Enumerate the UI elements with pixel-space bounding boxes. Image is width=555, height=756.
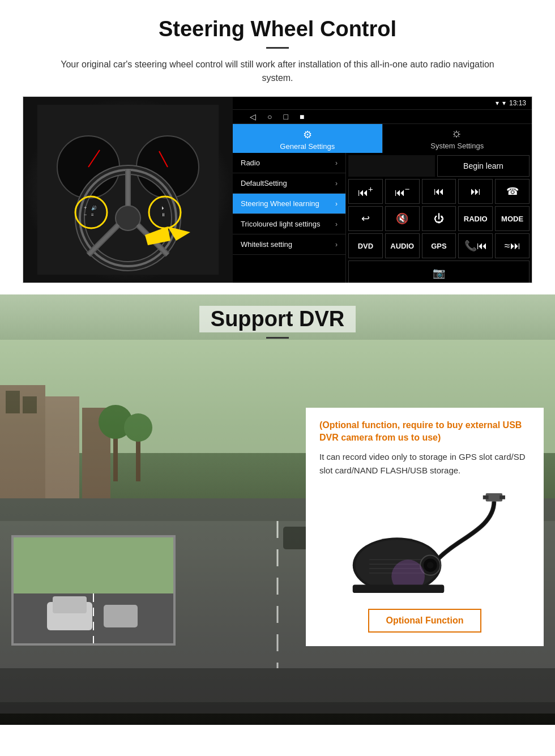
menu-item-default[interactable]: DefaultSetting ›	[233, 173, 345, 194]
svg-point-34	[124, 413, 152, 442]
nav-recent-icon[interactable]: □	[283, 112, 288, 121]
phone-prev-icon: 📞⏮	[464, 240, 487, 252]
svg-text:+: +	[84, 205, 87, 211]
svg-text:🔊: 🔊	[91, 205, 97, 211]
btn-next[interactable]: ⏭	[458, 179, 493, 204]
chevron-icon: ›	[335, 220, 338, 228]
dvd-label: DVD	[358, 242, 373, 250]
menu-default-label: DefaultSetting	[241, 179, 287, 187]
system-icon: ⛭	[385, 129, 530, 140]
audio-label: AUDIO	[390, 242, 414, 250]
spacer	[348, 155, 435, 177]
control-row-4: 📷	[348, 260, 530, 283]
dvr-preview-svg	[13, 537, 174, 644]
prev-icon: ⏮	[434, 186, 444, 198]
android-panel: ▾ ▾ 13:13 ◁ ○ □ ■ ⚙ General Settings ⛭ S…	[233, 97, 532, 283]
dvr-photo-inner	[13, 537, 174, 644]
optional-function-area: Optional Function	[319, 600, 530, 633]
steering-composite: + − 🔊 ≡ ⏵ ⏸ ▾ ▾ 13:13	[23, 96, 532, 283]
svg-rect-29	[45, 396, 79, 498]
menu-whitelist-label: Whitelist setting	[241, 240, 292, 249]
chevron-icon: ›	[335, 200, 338, 208]
tab-general-settings[interactable]: ⚙ General Settings	[233, 124, 382, 153]
chevron-icon: ›	[335, 159, 338, 167]
menu-radio-label: Radio	[241, 159, 260, 167]
chevron-icon: ›	[335, 180, 338, 187]
status-wifi-icon: ▾	[496, 99, 499, 107]
tab-system-settings[interactable]: ⛭ System Settings	[382, 124, 532, 153]
dvr-camera-illustration	[319, 486, 530, 600]
vol-plus-icon: ⏮+	[358, 184, 373, 199]
btn-phone[interactable]: ☎	[495, 179, 530, 204]
dvr-section: Support DVR (Optional function, requi	[0, 294, 555, 725]
svg-text:−: −	[84, 212, 87, 217]
svg-rect-50	[53, 596, 87, 613]
btn-dvd[interactable]: DVD	[348, 233, 383, 258]
menu-item-radio[interactable]: Radio ›	[233, 153, 345, 173]
nav-home-icon[interactable]: ○	[267, 112, 272, 121]
svg-rect-46	[13, 537, 174, 593]
status-signal-icon: ▾	[502, 99, 506, 107]
android-statusbar: ▾ ▾ 13:13	[233, 97, 532, 110]
nav-record-icon: ■	[300, 112, 304, 121]
chevron-icon: ›	[335, 241, 338, 249]
vol-minus-icon: ⏮−	[395, 184, 410, 199]
dvr-title: Support DVR	[199, 306, 356, 332]
btn-vol-plus[interactable]: ⏮+	[348, 179, 383, 204]
svg-rect-28	[23, 396, 37, 413]
android-menu: Radio › DefaultSetting › Steering Wheel …	[233, 153, 346, 283]
hangup-icon: ↩	[361, 212, 370, 225]
menu-item-tricoloured[interactable]: Tricoloured light settings ›	[233, 214, 345, 234]
control-row-1: ⏮+ ⏮− ⏮ ⏭ ☎	[348, 179, 530, 204]
android-controls: Begin learn ⏮+ ⏮− ⏮ ⏭ ☎ ↩ 🔇 ⏻	[346, 153, 532, 283]
svg-point-64	[427, 562, 434, 569]
mute-icon: 🔇	[396, 212, 408, 225]
btn-power[interactable]: ⏻	[422, 206, 456, 231]
dvr-optional-title: (Optional function, require to buy exter…	[319, 419, 530, 445]
begin-learn-button[interactable]: Begin learn	[437, 155, 530, 177]
svg-text:⏵: ⏵	[161, 206, 165, 211]
dvr-camera-svg	[319, 486, 530, 600]
btn-vol-minus[interactable]: ⏮−	[385, 179, 420, 204]
title-divider	[266, 47, 289, 49]
btn-phone-next[interactable]: ≈⏭	[495, 233, 530, 258]
steering-wheel-svg: + − 🔊 ≡ ⏵ ⏸	[37, 105, 219, 275]
btn-gps[interactable]: GPS	[422, 233, 456, 258]
steering-description: Your original car's steering wheel contr…	[45, 58, 510, 85]
control-row-3: DVD AUDIO GPS 📞⏮ ≈⏭	[348, 233, 530, 258]
power-icon: ⏻	[434, 213, 444, 225]
next-icon: ⏭	[471, 186, 481, 198]
mode-label: MODE	[501, 215, 523, 223]
dvr-title-area: Support DVR	[0, 294, 555, 339]
dvr-background: Support DVR (Optional function, requi	[0, 294, 555, 725]
btn-hangup[interactable]: ↩	[348, 206, 383, 231]
steering-section: Steering Wheel Control Your original car…	[0, 0, 555, 294]
svg-text:≡: ≡	[91, 212, 94, 217]
svg-rect-66	[353, 584, 445, 593]
begin-learn-row: Begin learn	[348, 155, 530, 177]
control-row-2: ↩ 🔇 ⏻ RADIO MODE	[348, 206, 530, 231]
menu-item-whitelist[interactable]: Whitelist setting ›	[233, 234, 345, 255]
btn-audio[interactable]: AUDIO	[385, 233, 420, 258]
radio-label: RADIO	[464, 215, 488, 223]
phone-icon: ☎	[506, 185, 519, 198]
btn-phone-prev[interactable]: 📞⏮	[458, 233, 493, 258]
svg-rect-45	[0, 702, 555, 714]
btn-mute[interactable]: 🔇	[385, 206, 420, 231]
btn-cam[interactable]: 📷	[348, 260, 530, 283]
cam-icon: 📷	[433, 267, 445, 279]
steering-photo: + − 🔊 ≡ ⏵ ⏸	[23, 97, 233, 283]
tab-system-label: System Settings	[430, 142, 484, 150]
status-time: 13:13	[509, 99, 526, 107]
btn-radio[interactable]: RADIO	[458, 206, 493, 231]
svg-text:⏸: ⏸	[161, 212, 165, 217]
phone-next-icon: ≈⏭	[505, 240, 520, 252]
btn-prev[interactable]: ⏮	[422, 179, 456, 204]
menu-item-steering-wheel[interactable]: Steering Wheel learning ›	[233, 194, 345, 214]
btn-mode[interactable]: MODE	[495, 206, 530, 231]
nav-back-icon[interactable]: ◁	[250, 112, 256, 121]
dvr-small-photo	[11, 535, 176, 646]
dvr-title-divider	[266, 337, 289, 339]
page-title: Steering Wheel Control	[23, 17, 532, 41]
optional-function-button[interactable]: Optional Function	[368, 609, 482, 633]
